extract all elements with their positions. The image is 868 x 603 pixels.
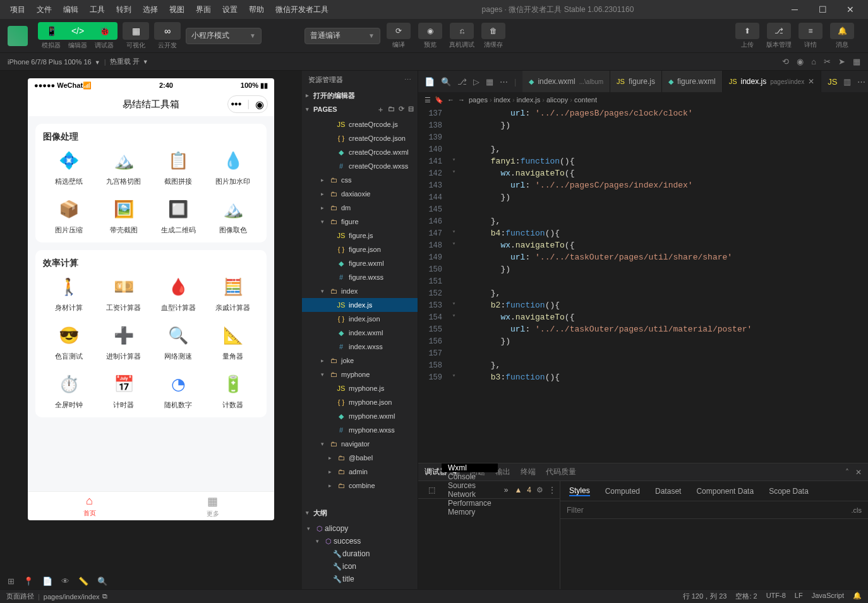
file-item[interactable]: JSfigure.js: [302, 229, 418, 242]
record-icon[interactable]: ◉: [797, 57, 804, 66]
git-icon[interactable]: ⎇: [457, 77, 467, 87]
preview-button[interactable]: ◉: [418, 23, 442, 39]
menu-item[interactable]: 工具: [85, 2, 110, 18]
extensions-icon[interactable]: ▦: [486, 77, 493, 87]
devtools-sub-item[interactable]: Scope Data: [769, 487, 809, 496]
grid-item[interactable]: ➕进制计算器: [98, 323, 150, 361]
search-icon[interactable]: 🔍: [441, 77, 451, 87]
debug-icon[interactable]: ▷: [473, 77, 479, 87]
devtools-nav-item[interactable]: Sources: [442, 481, 498, 490]
bookmark-icon[interactable]: 🔖: [435, 96, 443, 104]
grid-item[interactable]: 🚶身材计算: [43, 274, 95, 313]
menu-icon[interactable]: •••: [231, 99, 242, 110]
search-icon[interactable]: 🔍: [97, 576, 107, 586]
grid-item[interactable]: 🏔️九宫格切图: [98, 148, 150, 186]
simulator-button[interactable]: 📱: [38, 22, 64, 40]
close-icon[interactable]: ◉: [255, 99, 264, 110]
forward-icon[interactable]: →: [458, 96, 465, 104]
upload-button[interactable]: ⬆: [735, 23, 759, 39]
filter-input[interactable]: [567, 506, 852, 515]
encoding-status[interactable]: UTF-8: [766, 592, 786, 601]
more-icon[interactable]: ⋯: [404, 76, 411, 84]
project-avatar[interactable]: [8, 26, 28, 46]
devtools-nav-item[interactable]: Memory: [442, 508, 498, 516]
folder-item[interactable]: ▸🗀combine: [302, 479, 418, 493]
close-icon[interactable]: ✕: [855, 468, 862, 477]
file-item[interactable]: ◆myphone.wxml: [302, 409, 418, 423]
menu-item[interactable]: 文件: [32, 2, 57, 18]
remote-debug-button[interactable]: ⎌: [450, 23, 474, 39]
outline-section[interactable]: ▾ 大纲: [302, 506, 418, 520]
grid-item[interactable]: 🖼️带壳截图: [98, 196, 150, 235]
devtools-sub-item[interactable]: Styles: [569, 486, 590, 496]
list-icon[interactable]: ☰: [425, 96, 431, 104]
eol-status[interactable]: LF: [795, 592, 803, 601]
collapse-icon[interactable]: ⊞: [8, 576, 15, 586]
folder-item[interactable]: ▾🗀index: [302, 284, 418, 298]
folder-item[interactable]: ▸🗀@babel: [302, 451, 418, 465]
grid-item[interactable]: ◔随机数字: [152, 371, 205, 410]
close-tab-icon[interactable]: ✕: [808, 77, 814, 86]
file-item[interactable]: { }index.json: [302, 312, 418, 326]
menu-item[interactable]: 帮助: [244, 2, 269, 18]
devtools-nav-item[interactable]: Wxml: [442, 463, 498, 472]
menu-item[interactable]: 界面: [191, 2, 216, 18]
app-mode-dropdown[interactable]: 小程序模式 ▼: [186, 28, 262, 44]
grid-item[interactable]: 🏔️图像取色: [207, 196, 260, 235]
outline-item[interactable]: ▾⬡success: [302, 535, 418, 547]
indent-status[interactable]: 空格: 2: [735, 592, 757, 601]
minimize-button[interactable]: ─: [782, 0, 807, 19]
grid-item[interactable]: 🔋计数器: [207, 371, 260, 410]
file-item[interactable]: #figure.wxss: [302, 270, 418, 284]
editor-button[interactable]: </>: [64, 22, 91, 40]
file-item[interactable]: #createQrcode.wxss: [302, 159, 418, 173]
refresh-icon[interactable]: ⟳: [399, 105, 404, 114]
grid-item[interactable]: 📐量角器: [207, 323, 260, 361]
file-item[interactable]: ◆figure.wxml: [302, 256, 418, 270]
editor-tab[interactable]: JSfigure.js: [610, 71, 662, 92]
breadcrumb-item[interactable]: index.js: [517, 96, 540, 104]
breadcrumb-item[interactable]: content: [574, 96, 597, 104]
devtools-tab[interactable]: 代码质量: [546, 467, 576, 476]
page-icon[interactable]: 📄: [42, 576, 52, 586]
editor-tab[interactable]: ◆figure.wxml: [662, 71, 723, 92]
home-icon[interactable]: ⌂: [811, 57, 816, 66]
cursor-position[interactable]: 行 120，列 23: [683, 592, 727, 601]
back-icon[interactable]: ←: [447, 96, 454, 104]
grid-item[interactable]: 😎色盲测试: [43, 323, 95, 361]
menu-item[interactable]: 选择: [138, 2, 163, 18]
new-folder-icon[interactable]: 🗀: [388, 105, 395, 114]
devtools-tab[interactable]: 终端: [521, 467, 536, 476]
devtools-nav-item[interactable]: Network: [442, 490, 498, 499]
open-editors-section[interactable]: ▸ 打开的编辑器: [302, 88, 418, 102]
rotate-icon[interactable]: ⟲: [782, 57, 789, 66]
file-icon[interactable]: JS: [828, 77, 837, 87]
grid-item[interactable]: 📦图片压缩: [43, 196, 95, 235]
outline-item[interactable]: ▾⬡alicopy: [302, 522, 418, 535]
file-item[interactable]: JSindex.js: [302, 298, 418, 312]
tab-more[interactable]: ▦ 更多: [151, 492, 274, 520]
close-button[interactable]: ✕: [838, 0, 863, 19]
inspect-icon[interactable]: ⬚: [422, 481, 442, 498]
grid-item[interactable]: 📋截图拼接: [152, 148, 205, 186]
detail-button[interactable]: ≡: [799, 23, 823, 39]
folder-item[interactable]: ▸🗀admin: [302, 465, 418, 479]
menu-item[interactable]: 编辑: [58, 2, 83, 18]
maximize-button[interactable]: ☐: [810, 0, 835, 19]
grid-item[interactable]: ⏱️全屏时钟: [43, 371, 95, 410]
grid-item[interactable]: 🧮亲戚计算器: [207, 274, 260, 313]
more-icon[interactable]: ⋯: [500, 77, 508, 87]
file-item[interactable]: #index.wxss: [302, 340, 418, 354]
project-root[interactable]: ▾ PAGES ＋ 🗀 ⟳ ⊟: [302, 102, 418, 116]
outline-item[interactable]: 🔧title: [302, 573, 418, 585]
hot-reload-toggle[interactable]: 热重载 开 ▼: [110, 57, 148, 66]
grid-item[interactable]: 📅计时器: [98, 371, 150, 410]
grid-item[interactable]: 🔍网络测速: [152, 323, 205, 361]
cls-toggle[interactable]: .cls: [852, 506, 862, 514]
editor-tab[interactable]: JSindex.jspages\index✕: [723, 71, 821, 92]
copy-icon[interactable]: ⧉: [102, 592, 107, 600]
language-status[interactable]: JavaScript: [812, 592, 844, 601]
arrow-icon[interactable]: ➤: [838, 57, 845, 66]
compile-button[interactable]: ⟳: [387, 23, 411, 39]
grid-item[interactable]: 🔲生成二维码: [152, 196, 205, 235]
